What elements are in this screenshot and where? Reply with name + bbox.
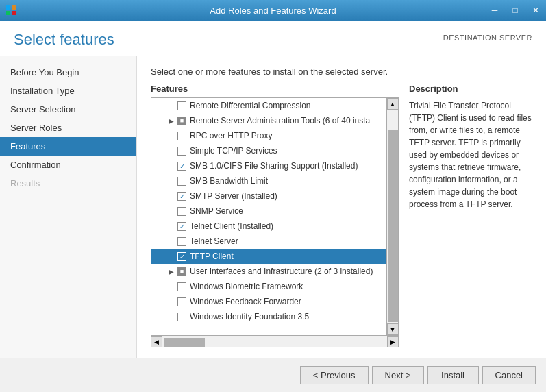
feature-win-identity[interactable]: Windows Identity Foundation 3.5 [151, 309, 386, 324]
maximize-button[interactable]: □ [505, 0, 525, 21]
checkbox-rpc-proxy[interactable] [177, 132, 186, 140]
checkbox-simple-tcp[interactable] [177, 147, 186, 156]
feature-smb1[interactable]: ✓ SMB 1.0/CIFS File Sharing Support (Ins… [151, 158, 386, 173]
minimize-button[interactable]: ─ [484, 0, 505, 21]
scroll-left-btn[interactable]: ◀ [151, 336, 162, 348]
feature-win-biometric[interactable]: Windows Biometric Framework [151, 279, 386, 294]
feature-label-rsat: Remote Server Administration Tools (6 of… [190, 116, 370, 125]
expand-arrow-win-feedback [166, 297, 176, 306]
checkbox-rsat[interactable]: ■ [177, 117, 186, 125]
expand-arrow-rpc [166, 131, 176, 140]
previous-button[interactable]: < Previous [300, 366, 369, 384]
feature-label-simple-tcp: Simple TCP/IP Services [190, 146, 277, 156]
title-bar-icon [5, 5, 16, 16]
feature-ui-infra[interactable]: ▶ ■ User Interfaces and Infrastructure (… [151, 264, 386, 279]
checkbox-remote-diff[interactable] [177, 101, 186, 110]
cancel-button[interactable]: Cancel [482, 366, 536, 384]
checkbox-smb-bw[interactable] [177, 177, 186, 186]
sidebar-item-installation-type[interactable]: Installation Type [0, 82, 136, 100]
feature-win-feedback[interactable]: Windows Feedback Forwarder [151, 294, 386, 309]
feature-telnet-client[interactable]: ✓ Telnet Client (Installed) [151, 219, 386, 234]
features-panel: Features Remote Differential Compression [151, 84, 399, 347]
sidebar-item-features[interactable]: Features [0, 137, 136, 156]
checkbox-ui-infra[interactable]: ■ [177, 267, 186, 276]
scroll-right-btn[interactable]: ▶ [387, 336, 399, 348]
feature-snmp[interactable]: SNMP Service [151, 204, 386, 219]
feature-label-smb1: SMB 1.0/CIFS File Sharing Support (Insta… [190, 161, 358, 171]
feature-label-tftp-client: TFTP Client [190, 252, 234, 261]
main-container: Select features DESTINATION SERVER Befor… [0, 21, 546, 392]
expand-arrow-win-bio [166, 282, 176, 291]
feature-label-rpc-proxy: RPC over HTTP Proxy [190, 131, 272, 140]
footer: < Previous Next > Install Cancel [0, 358, 546, 392]
expand-arrow-simple-tcp [166, 146, 176, 156]
svg-rect-1 [12, 5, 16, 10]
feature-label-telnet-server: Telnet Server [190, 236, 238, 246]
scroll-down-btn[interactable]: ▼ [387, 323, 399, 335]
feature-tftp-client[interactable]: ✓ TFTP Client [151, 249, 386, 264]
sidebar-item-before-you-begin[interactable]: Before You Begin [0, 63, 136, 82]
expand-arrow [166, 101, 176, 110]
expand-arrow-snmp [166, 206, 176, 216]
window: Add Roles and Features Wizard ─ □ ✕ Sele… [0, 0, 546, 392]
page-title: Select features [14, 31, 114, 49]
checkbox-smtp[interactable]: ✓ [177, 192, 186, 201]
horiz-scroll-thumb[interactable] [164, 338, 205, 347]
feature-remote-diff[interactable]: Remote Differential Compression [151, 98, 386, 113]
feature-label-snmp: SNMP Service [190, 206, 243, 216]
features-description-area: Features Remote Differential Compression [151, 84, 532, 347]
description-text: Trivial File Transfer Protocol (TFTP) Cl… [409, 99, 532, 210]
header-area: Select features DESTINATION SERVER [0, 21, 546, 56]
expand-arrow-smb1 [166, 161, 176, 171]
feature-label-smtp: SMTP Server (Installed) [190, 191, 277, 201]
checkbox-win-biometric[interactable] [177, 282, 186, 291]
checkbox-win-identity[interactable] [177, 313, 186, 321]
checkbox-win-feedback[interactable] [177, 297, 186, 306]
feature-simple-tcp[interactable]: Simple TCP/IP Services [151, 143, 386, 158]
sidebar-item-server-selection[interactable]: Server Selection [0, 100, 136, 119]
feature-rsat[interactable]: ▶ ■ Remote Server Administration Tools (… [151, 113, 386, 128]
feature-label-smb-bw: SMB Bandwidth Limit [190, 176, 268, 186]
close-button[interactable]: ✕ [525, 0, 546, 21]
feature-label-win-identity: Windows Identity Foundation 3.5 [190, 312, 309, 321]
expand-arrow-smb-bw [166, 176, 176, 186]
vertical-scrollbar[interactable]: ▲ ▼ [386, 98, 398, 335]
features-panel-header: Features [151, 84, 399, 94]
sidebar-item-confirmation[interactable]: Confirmation [0, 156, 136, 174]
expand-arrow-smtp [166, 191, 176, 201]
content-area: Before You Begin Installation Type Serve… [0, 56, 546, 358]
feature-telnet-server[interactable]: Telnet Server [151, 234, 386, 249]
sidebar-item-server-roles[interactable]: Server Roles [0, 119, 136, 137]
scroll-up-btn[interactable]: ▲ [387, 98, 399, 110]
instruction-text: Select one or more features to install o… [151, 66, 532, 77]
sidebar-item-results: Results [0, 174, 136, 193]
svg-rect-0 [6, 5, 10, 10]
expand-arrow-telnet-client [166, 221, 176, 231]
description-panel: Description Trivial File Transfer Protoc… [409, 84, 532, 347]
feature-label-win-biometric: Windows Biometric Framework [190, 282, 303, 291]
feature-smtp[interactable]: ✓ SMTP Server (Installed) [151, 188, 386, 204]
features-list[interactable]: Remote Differential Compression ▶ ■ Remo… [151, 98, 386, 335]
expand-arrow-ui-infra[interactable]: ▶ [166, 267, 176, 276]
expand-arrow-tftp [166, 252, 176, 261]
expand-arrow-rsat[interactable]: ▶ [166, 116, 176, 125]
checkbox-smb1[interactable]: ✓ [177, 162, 186, 171]
checkbox-tftp[interactable]: ✓ [177, 252, 186, 261]
feature-smb-bw[interactable]: SMB Bandwidth Limit [151, 173, 386, 188]
title-bar: Add Roles and Features Wizard ─ □ ✕ [0, 0, 546, 21]
install-button[interactable]: Install [427, 366, 479, 384]
scroll-track[interactable] [387, 110, 399, 323]
horizontal-scrollbar[interactable]: ◀ ▶ [151, 336, 399, 347]
feature-rpc-proxy[interactable]: RPC over HTTP Proxy [151, 128, 386, 143]
window-title: Add Roles and Features Wizard [210, 5, 336, 16]
svg-rect-3 [12, 11, 16, 15]
checkbox-telnet-client[interactable]: ✓ [177, 222, 186, 231]
checkbox-snmp[interactable] [177, 207, 186, 216]
expand-arrow-telnet-server [166, 236, 176, 246]
next-button[interactable]: Next > [372, 366, 424, 384]
checkbox-telnet-server[interactable] [177, 237, 186, 246]
title-bar-controls: ─ □ ✕ [484, 0, 546, 21]
description-header: Description [409, 84, 532, 94]
svg-rect-2 [6, 11, 10, 15]
scroll-thumb[interactable] [388, 130, 398, 322]
